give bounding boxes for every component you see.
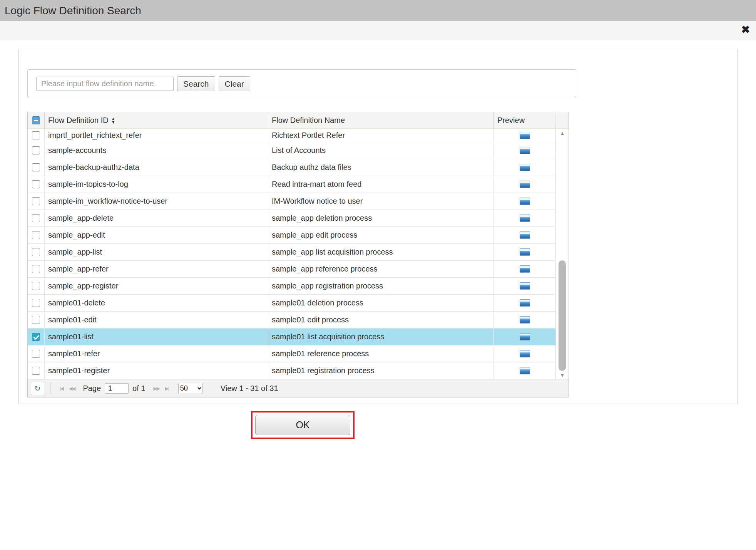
last-page-button[interactable]: ▶| (165, 386, 168, 391)
sort-down-icon: ▼ (111, 121, 115, 124)
table-row[interactable]: sample-im-topics-to-log Read intra-mart … (28, 176, 556, 193)
row-checkbox[interactable] (32, 248, 40, 256)
select-all-cell (28, 112, 45, 129)
row-flow-definition-id: sample_app-edit (45, 227, 268, 243)
preview-icon[interactable] (520, 248, 530, 256)
row-preview-cell (494, 244, 556, 260)
row-checkbox[interactable] (32, 316, 40, 324)
preview-icon[interactable] (520, 215, 530, 222)
scroll-up-icon[interactable]: ▲ (557, 130, 567, 136)
row-preview-cell (494, 159, 556, 176)
table-row[interactable]: sample_app-register sample_app registrat… (28, 278, 556, 295)
refresh-icon: ↻ (35, 384, 41, 393)
main-panel: Search Clear Flow Definition ID ▲ ▼ Flow… (18, 49, 738, 404)
next-page-button[interactable]: ▶▶ (153, 386, 159, 391)
row-checkbox[interactable] (32, 180, 40, 188)
table-row[interactable]: sample_app-delete sample_app deletion pr… (28, 210, 556, 227)
preview-icon[interactable] (520, 147, 530, 154)
row-checkbox[interactable] (32, 146, 40, 154)
row-checkbox[interactable] (32, 350, 40, 358)
select-all-checkbox[interactable] (32, 116, 40, 124)
ok-button[interactable]: OK (255, 415, 350, 435)
preview-icon[interactable] (520, 299, 530, 307)
row-checkbox-cell (28, 227, 45, 243)
table-rows: imprtl_portlet_richtext_refer Richtext P… (28, 129, 569, 379)
sort-icon[interactable]: ▲ ▼ (111, 117, 115, 124)
table-row[interactable]: sample01-delete sample01 deletion proces… (28, 295, 556, 312)
first-page-button[interactable]: |◀ (60, 386, 63, 391)
preview-icon[interactable] (520, 316, 530, 324)
preview-icon[interactable] (520, 132, 530, 139)
row-checkbox[interactable] (32, 231, 40, 239)
row-checkbox[interactable] (32, 265, 40, 273)
preview-icon[interactable] (520, 367, 530, 374)
preview-icon[interactable] (520, 333, 530, 340)
row-flow-definition-id: sample-im_workflow-notice-to-user (45, 193, 268, 210)
row-checkbox-cell (28, 210, 45, 226)
table-row[interactable]: imprtl_portlet_richtext_refer Richtext P… (28, 129, 556, 142)
row-flow-definition-name: sample01 reference process (268, 345, 494, 362)
table-row[interactable]: sample_app-list sample_app list acquisit… (28, 244, 556, 261)
table-row[interactable]: sample-im_workflow-notice-to-user IM-Wor… (28, 193, 556, 210)
flow-definition-table: Flow Definition ID ▲ ▼ Flow Definition N… (27, 112, 569, 397)
scroll-down-icon[interactable]: ▼ (557, 372, 567, 378)
column-header-preview: Preview (494, 112, 555, 129)
row-checkbox[interactable] (32, 333, 40, 341)
row-flow-definition-name: sample_app deletion process (268, 210, 494, 226)
preview-icon[interactable] (520, 181, 530, 188)
table-row[interactable]: sample01-register sample01 registration … (28, 362, 556, 379)
preview-icon[interactable] (520, 350, 530, 357)
search-input[interactable] (36, 77, 174, 91)
table-row[interactable]: sample_app-refer sample_app reference pr… (28, 261, 556, 278)
preview-icon[interactable] (520, 231, 530, 239)
preview-icon[interactable] (520, 282, 530, 290)
table-header: Flow Definition ID ▲ ▼ Flow Definition N… (27, 112, 569, 129)
table-row[interactable]: sample-accounts List of Accounts (28, 142, 556, 159)
row-checkbox[interactable] (32, 163, 40, 171)
row-flow-definition-name: Backup authz data files (268, 159, 494, 176)
row-flow-definition-id: sample01-delete (45, 295, 268, 311)
search-button[interactable]: Search (177, 76, 215, 91)
row-flow-definition-id: sample-backup-authz-data (45, 159, 268, 176)
pager-divider (50, 383, 51, 394)
row-checkbox[interactable] (32, 197, 40, 205)
preview-icon[interactable] (520, 164, 530, 171)
view-range-text: View 1 - 31 of 31 (221, 384, 278, 393)
row-checkbox[interactable] (32, 282, 40, 290)
column-header-name[interactable]: Flow Definition Name (268, 112, 494, 129)
row-preview-cell (494, 329, 556, 345)
row-preview-cell (494, 312, 556, 328)
row-checkbox-cell (28, 295, 45, 311)
row-checkbox-cell (28, 159, 45, 176)
close-icon[interactable]: ✖ (741, 23, 750, 36)
row-flow-definition-name: sample01 edit process (268, 312, 494, 328)
prev-page-button[interactable]: ◀◀ (69, 386, 75, 391)
row-flow-definition-name: sample01 list acquisition process (268, 329, 494, 345)
scrollbar-thumb[interactable] (559, 260, 566, 371)
row-checkbox[interactable] (32, 131, 40, 139)
table-row[interactable]: sample01-refer sample01 reference proces… (28, 345, 556, 362)
table-row[interactable]: sample01-edit sample01 edit process (28, 312, 556, 329)
table-row[interactable]: sample01-list sample01 list acquisition … (28, 329, 556, 345)
row-checkbox[interactable] (32, 367, 40, 375)
row-flow-definition-name: sample_app list acquisition process (268, 244, 494, 260)
preview-icon[interactable] (520, 198, 530, 205)
vertical-scrollbar[interactable]: ▲ ▼ (557, 129, 567, 379)
row-checkbox[interactable] (32, 299, 40, 307)
table-row[interactable]: sample-backup-authz-data Backup authz da… (28, 159, 556, 176)
row-preview-cell (494, 210, 556, 226)
page-size-select[interactable]: 50 (178, 383, 203, 394)
row-checkbox-cell (28, 261, 45, 277)
row-flow-definition-name: sample_app registration process (268, 278, 494, 294)
clear-button[interactable]: Clear (219, 76, 250, 91)
row-flow-definition-name: IM-Workflow notice to user (268, 193, 494, 210)
refresh-button[interactable]: ↻ (31, 382, 44, 395)
column-header-id[interactable]: Flow Definition ID ▲ ▼ (45, 112, 268, 129)
table-row[interactable]: sample_app-edit sample_app edit process (28, 227, 556, 244)
row-checkbox[interactable] (32, 214, 40, 222)
row-flow-definition-id: sample_app-list (45, 244, 268, 260)
page-number-input[interactable] (105, 383, 129, 394)
row-preview-cell (494, 362, 556, 379)
row-flow-definition-name: sample_app edit process (268, 227, 494, 243)
preview-icon[interactable] (520, 265, 530, 273)
